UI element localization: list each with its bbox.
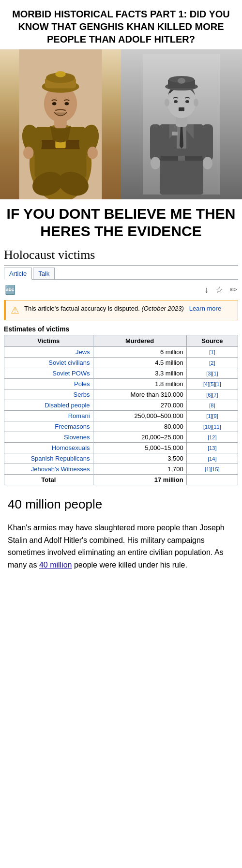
murdered-count: 270,000 — [93, 400, 186, 411]
source-ref[interactable]: [2] — [186, 358, 238, 368]
murdered-count: 80,000 — [93, 421, 186, 432]
svg-point-8 — [88, 147, 98, 159]
table-row: Freemasons80,000[10][11] — [4, 421, 238, 432]
svg-rect-26 — [150, 124, 161, 161]
murdered-count: 1.8 million — [93, 379, 186, 389]
table-row: Disabled people270,000[8] — [4, 400, 238, 411]
victims-table: Victims Murdered Source Jews6 million[1]… — [4, 335, 238, 485]
forty-million-highlight: 40 million — [39, 561, 72, 569]
svg-point-28 — [151, 157, 160, 169]
svg-rect-34 — [179, 107, 184, 111]
col-header-murdered: Murdered — [93, 335, 186, 347]
accuracy-notice: ⚠ This article's factual accuracy is dis… — [4, 300, 238, 320]
wiki-page-title: Holocaust victims — [4, 246, 238, 266]
translate-icon[interactable]: 🔤 — [5, 284, 15, 295]
hitler-image — [121, 49, 242, 199]
description-paragraph: Khan's armies may have slaughtered more … — [8, 522, 234, 571]
learn-more-link[interactable]: Learn more — [189, 305, 221, 312]
svg-point-35 — [165, 99, 169, 106]
murdered-count: 1,700 — [93, 464, 186, 475]
table-row: Slovenes20,000–25,000[12] — [4, 432, 238, 443]
page-title: MORBID HISTORICAL FACTS PART 1: DID YOU … — [0, 0, 242, 49]
total-source — [186, 475, 238, 485]
source-ref[interactable]: [10][11] — [186, 421, 238, 432]
source-ref[interactable]: [1][9] — [186, 411, 238, 421]
murdered-count: 3,500 — [93, 453, 186, 464]
source-ref[interactable]: [14] — [186, 453, 238, 464]
svg-rect-25 — [178, 156, 185, 161]
victim-name[interactable]: Disabled people — [4, 400, 93, 411]
svg-point-29 — [203, 157, 212, 169]
star-icon[interactable]: ☆ — [215, 284, 223, 295]
victim-name[interactable]: Spanish Republicans — [4, 453, 93, 464]
table-row: Jehovah's Witnesses1,700[1][15] — [4, 464, 238, 475]
victim-name[interactable]: Jehovah's Witnesses — [4, 464, 93, 475]
source-ref[interactable]: [1] — [186, 347, 238, 358]
source-ref[interactable]: [8] — [186, 400, 238, 411]
source-ref[interactable]: [13] — [186, 443, 238, 453]
murdered-count: 4.5 million — [93, 358, 186, 368]
victim-name[interactable]: Soviet POWs — [4, 368, 93, 379]
wiki-toolbar: 🔤 ↓ ☆ ✏ — [4, 283, 238, 297]
wikipedia-section: Holocaust victims Article Talk 🔤 ↓ ☆ ✏ ⚠… — [0, 246, 242, 485]
murdered-count: 20,000–25,000 — [93, 432, 186, 443]
download-icon[interactable]: ↓ — [204, 285, 209, 295]
warning-icon: ⚠ — [11, 304, 19, 316]
table-row: Soviet civilians4.5 million[2] — [4, 358, 238, 368]
murdered-count: 3.3 million — [93, 368, 186, 379]
source-ref[interactable]: [4][5][1] — [186, 379, 238, 389]
victim-name[interactable]: Serbs — [4, 389, 93, 400]
evidence-heading: IF YOU DONT BELIEVE ME THEN HERES THE EV… — [0, 199, 242, 246]
victim-name[interactable]: Romani — [4, 411, 93, 421]
tab-talk[interactable]: Talk — [33, 268, 55, 279]
murdered-count: 6 million — [93, 347, 186, 358]
edit-icon[interactable]: ✏ — [230, 284, 237, 295]
svg-point-14 — [55, 71, 65, 77]
col-header-source: Source — [186, 335, 238, 347]
total-murdered: 17 million — [93, 475, 186, 485]
bottom-section: 40 million people Khan's armies may have… — [0, 489, 242, 581]
forty-million-heading: 40 million people — [8, 497, 234, 512]
victim-name[interactable]: Poles — [4, 379, 93, 389]
source-ref[interactable]: [12] — [186, 432, 238, 443]
wiki-tabs: Article Talk — [4, 268, 238, 280]
table-row: SerbsMore than 310,000[6][7] — [4, 389, 238, 400]
table-row: Poles1.8 million[4][5][1] — [4, 379, 238, 389]
svg-point-7 — [23, 147, 33, 159]
murdered-count: More than 310,000 — [93, 389, 186, 400]
svg-point-16 — [65, 102, 69, 105]
comparison-image — [0, 49, 242, 199]
total-label: Total — [4, 475, 93, 485]
victim-name[interactable]: Soviet civilians — [4, 358, 93, 368]
notice-main-text: This article's factual accuracy is dispu… — [24, 305, 140, 312]
estimates-section: Estimates of victims Victims Murdered So… — [4, 325, 238, 485]
table-row: Romani250,000–500,000[1][9] — [4, 411, 238, 421]
murdered-count: 250,000–500,000 — [93, 411, 186, 421]
source-ref[interactable]: [3][1] — [186, 368, 238, 379]
svg-point-33 — [185, 100, 189, 103]
victim-name[interactable]: Freemasons — [4, 421, 93, 432]
notice-date: (October 2023) — [141, 305, 183, 312]
svg-point-36 — [194, 99, 198, 106]
description-end: people were killed under his rule. — [74, 561, 187, 569]
victim-name[interactable]: Slovenes — [4, 432, 93, 443]
source-ref[interactable]: [6][7] — [186, 389, 238, 400]
tab-article[interactable]: Article — [4, 268, 32, 280]
murdered-count: 5,000–15,000 — [93, 443, 186, 453]
svg-rect-23 — [172, 132, 178, 135]
notice-content: This article's factual accuracy is dispu… — [24, 304, 233, 313]
col-header-victims: Victims — [4, 335, 93, 347]
svg-point-32 — [174, 100, 178, 103]
table-row: Jews6 million[1] — [4, 347, 238, 358]
table-row: Spanish Republicans3,500[14] — [4, 453, 238, 464]
svg-rect-27 — [202, 124, 213, 161]
estimates-heading: Estimates of victims — [4, 325, 238, 333]
table-row: Homosexuals5,000–15,000[13] — [4, 443, 238, 453]
table-row: Soviet POWs3.3 million[3][1] — [4, 368, 238, 379]
victim-name[interactable]: Homosexuals — [4, 443, 93, 453]
table-row: Total17 million — [4, 475, 238, 485]
source-ref[interactable]: [1][15] — [186, 464, 238, 475]
victim-name[interactable]: Jews — [4, 347, 93, 358]
genghis-khan-image — [0, 49, 121, 199]
svg-point-15 — [52, 102, 57, 105]
